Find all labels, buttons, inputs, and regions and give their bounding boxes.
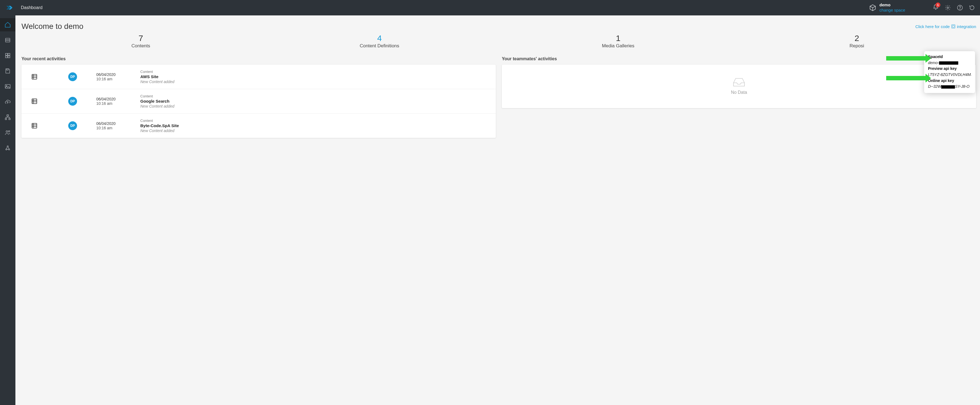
- change-space-link[interactable]: change space: [880, 8, 905, 13]
- svg-point-19: [8, 149, 10, 150]
- stat-value: 7: [21, 33, 260, 43]
- activity-date: 06/04/202010:16 am: [96, 97, 121, 106]
- main-content: Welcome to demo Click here for code inte…: [15, 16, 980, 405]
- notification-badge: 1: [935, 3, 940, 8]
- preview-key-label: Preview api key: [928, 66, 971, 72]
- redacted: [939, 61, 958, 65]
- activity-title: Byte-Code.SpA Site: [140, 123, 179, 128]
- stat-repositories[interactable]: 2 Reposi: [738, 33, 977, 49]
- stat-content-definitions[interactable]: 4 Content Definitions: [260, 33, 499, 49]
- sitemap-icon: [5, 114, 11, 121]
- spaceid-label: SpaceId: [928, 54, 971, 60]
- stat-value: 4: [260, 33, 499, 43]
- activity-subtitle: New Content added: [140, 104, 175, 108]
- recent-activities-card: DP 06/04/202010:16 am Content AWS Site N…: [21, 65, 496, 138]
- cloud-upload-icon: [5, 98, 11, 105]
- svg-rect-21: [32, 74, 37, 79]
- space-selector[interactable]: demo change space: [869, 3, 905, 13]
- activity-subtitle: New Content added: [140, 79, 175, 84]
- content-icon: [31, 73, 38, 80]
- svg-rect-15: [9, 118, 10, 120]
- no-data: No Data: [502, 65, 976, 108]
- sidebar-item-definitions[interactable]: [0, 49, 15, 62]
- image-icon: [5, 83, 11, 90]
- svg-rect-13: [7, 115, 8, 116]
- user-avatar: DP: [68, 121, 77, 130]
- page-title: Dashboard: [21, 5, 42, 10]
- activity-type: Content: [140, 70, 175, 74]
- activity-type: Content: [140, 119, 179, 123]
- user-avatar: DP: [68, 97, 77, 106]
- svg-rect-14: [5, 118, 6, 120]
- inbox-icon: [732, 76, 746, 88]
- svg-rect-3: [5, 38, 10, 42]
- sidebar-item-webhooks[interactable]: [0, 141, 15, 155]
- activity-date: 06/04/202010:16 am: [96, 121, 121, 130]
- code-link-suffix: integration: [957, 24, 976, 29]
- stat-label: Media Galleries: [499, 43, 738, 49]
- stat-label: Reposi: [738, 43, 977, 49]
- annotation-arrow: [886, 56, 926, 60]
- redacted: [941, 85, 955, 89]
- cube-icon: [869, 4, 876, 11]
- stat-label: Contents: [21, 43, 260, 49]
- home-icon: [5, 21, 11, 28]
- activity-row[interactable]: DP 06/04/202010:16 am Content Byte-Code.…: [21, 114, 496, 138]
- sidebar-item-sitemap[interactable]: [0, 111, 15, 124]
- svg-point-16: [6, 131, 8, 132]
- code-integration-link[interactable]: Click here for code integration: [915, 24, 976, 29]
- stat-label: Content Definitions: [260, 43, 499, 49]
- grid-icon: [5, 52, 11, 59]
- stat-contents[interactable]: 7 Contents: [21, 33, 260, 49]
- sidebar-item-cloud[interactable]: [0, 95, 15, 108]
- activity-date: 06/04/202010:16 am: [96, 72, 121, 81]
- code-icon: [951, 24, 955, 29]
- app-logo: [5, 3, 14, 13]
- sidebar-item-media[interactable]: [0, 80, 15, 93]
- svg-rect-7: [8, 53, 10, 55]
- svg-rect-29: [32, 123, 37, 128]
- svg-rect-9: [8, 56, 10, 58]
- webhook-icon: [5, 145, 11, 151]
- sidebar-item-save[interactable]: [0, 64, 15, 78]
- svg-point-0: [947, 7, 949, 8]
- stat-media-galleries[interactable]: 1 Media Galleries: [499, 33, 738, 49]
- sidebar-item-home[interactable]: [0, 18, 15, 31]
- svg-point-20: [7, 146, 8, 147]
- topbar: Dashboard demo change space 1: [0, 0, 980, 16]
- activity-type: Content: [140, 94, 175, 98]
- activity-row[interactable]: DP 06/04/202010:16 am Content AWS Site N…: [21, 65, 496, 89]
- spaceid-value: demo-: [928, 60, 971, 66]
- rows-icon: [5, 37, 11, 43]
- svg-rect-8: [5, 56, 8, 58]
- svg-rect-25: [32, 99, 37, 103]
- preview-key-value: LT5YZ-8ZGTV0VDLH4MSL-P: [928, 72, 971, 78]
- user-avatar: DP: [68, 72, 77, 81]
- stat-value: 2: [738, 33, 977, 43]
- svg-point-18: [6, 149, 7, 150]
- activity-title: Google Search: [140, 99, 175, 103]
- teammates-activities-card: No Data: [502, 65, 976, 108]
- online-key-label: Online api key: [928, 78, 971, 84]
- gear-icon[interactable]: [945, 5, 951, 11]
- stats-row: 7 Contents 4 Content Definitions 1 Media…: [21, 33, 976, 49]
- help-icon[interactable]: [957, 5, 963, 11]
- activity-row[interactable]: DP 06/04/202010:16 am Content Google Sea…: [21, 89, 496, 114]
- sidebar-item-content[interactable]: [0, 33, 15, 47]
- logout-icon[interactable]: [969, 5, 975, 11]
- users-icon: [5, 129, 11, 136]
- recent-activities-title: Your recent activities: [21, 56, 496, 61]
- svg-point-2: [959, 9, 960, 9]
- svg-rect-6: [5, 53, 8, 55]
- sidebar: [0, 16, 15, 405]
- sidebar-item-users[interactable]: [0, 126, 15, 139]
- svg-point-17: [8, 131, 10, 132]
- content-icon: [31, 122, 38, 129]
- activity-title: AWS Site: [140, 74, 175, 79]
- notifications-button[interactable]: 1: [933, 4, 939, 11]
- no-data-label: No Data: [731, 90, 747, 95]
- annotation-arrow: [886, 76, 926, 80]
- activity-subtitle: New Content added: [140, 129, 179, 133]
- api-keys-popover: SpaceId demo- Preview api key LT5YZ-8ZGT…: [924, 51, 975, 93]
- online-key-value: D--32WSY-J8-O: [928, 84, 971, 90]
